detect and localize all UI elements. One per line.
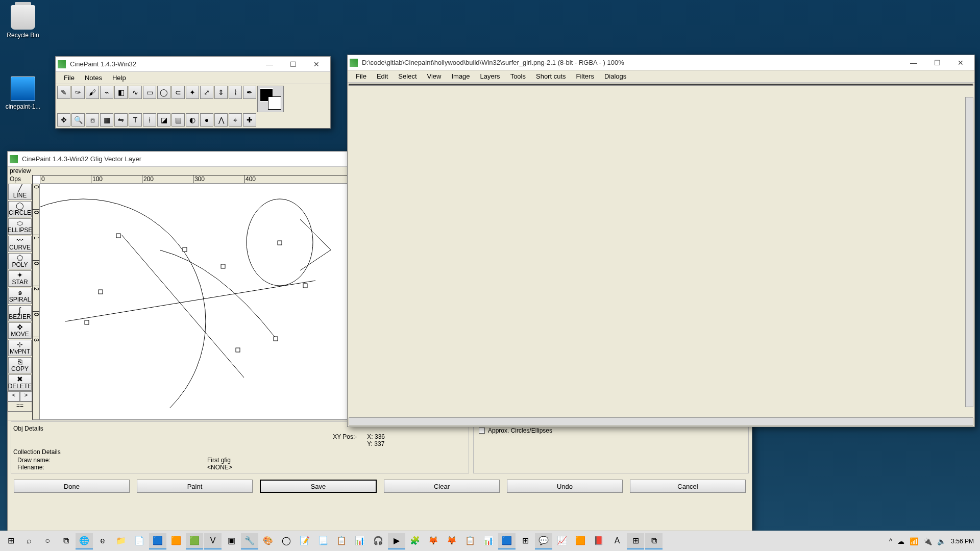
tray-overflow-icon[interactable]: ^ [889,537,893,545]
menu-dialogs[interactable]: Dialogs [599,71,631,81]
start-button[interactable]: ⊞ [2,533,19,549]
menu-notes[interactable]: Notes [80,73,107,83]
clear-button[interactable]: Clear [384,480,500,493]
tool-picker[interactable]: ⤢ [200,86,213,99]
tool-rect-select[interactable]: ▭ [143,86,156,99]
tool-pencil[interactable]: ✎ [57,86,70,99]
titlebar[interactable]: D:\code\gitlab\Cinepaint\hollywood\build… [348,55,974,70]
taskbar-app[interactable]: 📋 [333,533,350,549]
maximize-button[interactable]: ☐ [925,56,949,70]
titlebar[interactable]: CinePaint 1.4.3-Win32 — ☐ ✕ [56,57,330,72]
done-button[interactable]: Done [14,480,130,493]
taskbar-app[interactable]: A [608,533,626,549]
menu-shortcuts[interactable]: Short cuts [531,71,571,81]
menu-file[interactable]: File [351,71,372,81]
taskbar-app[interactable]: V [204,533,222,549]
background-color[interactable] [268,96,281,110]
taskview-button[interactable]: ⧉ [57,533,75,549]
taskbar-app[interactable]: 🟧 [572,533,589,549]
taskbar-app[interactable]: 🦊 [425,533,442,549]
close-button[interactable]: ✕ [949,56,972,70]
cortana-button[interactable]: ○ [39,533,56,549]
op-star[interactable]: ✦STAR [8,270,32,287]
tool-text[interactable]: T [129,113,142,127]
taskbar-app[interactable]: 📊 [351,533,369,549]
tool-lasso[interactable]: ⊂ [172,86,185,99]
taskbar-app[interactable]: 📃 [314,533,332,549]
taskbar-app[interactable]: 📁 [112,533,130,549]
op-delete[interactable]: ✖DELETE [8,374,32,391]
taskbar-app[interactable]: e [94,533,111,549]
taskbar-app[interactable]: ⧉ [645,533,663,549]
tool-ink[interactable]: ✒ [243,86,256,99]
menu-tools[interactable]: Tools [505,71,531,81]
taskbar-app[interactable]: ▣ [223,533,240,549]
taskbar-app[interactable]: 🔧 [241,533,258,549]
minimize-button[interactable]: — [902,56,925,70]
menu-edit[interactable]: Edit [372,71,393,81]
op-poly[interactable]: ⬠POLY [8,253,32,269]
taskbar-app[interactable]: 💬 [535,533,552,549]
taskbar-app[interactable]: 🟩 [186,533,203,549]
scrollbar-vertical[interactable] [965,97,973,407]
op-ellipse[interactable]: ⬭ELLIPSE [8,218,32,235]
taskbar-app[interactable]: 🧩 [406,533,424,549]
op-bezier[interactable]: ∫BEZIER [8,305,32,321]
nav-prev-button[interactable]: < [8,391,20,402]
color-swatches[interactable] [257,86,284,112]
taskbar-app[interactable]: ▶ [388,533,405,549]
power-icon[interactable]: 🔌 [923,537,932,545]
maximize-button[interactable]: ☐ [281,57,305,71]
save-button[interactable]: Save [260,480,377,493]
tool-zoom[interactable]: 🔍 [71,113,85,127]
taskbar-app[interactable]: 🎧 [370,533,387,549]
scrollbar-horizontal[interactable] [349,417,973,425]
tool-gradient[interactable]: ▤ [172,113,185,127]
cancel-button[interactable]: Cancel [630,480,746,493]
taskbar-app[interactable]: 📝 [296,533,313,549]
tool-stamp[interactable]: ⌁ [100,86,113,99]
taskbar-app[interactable]: 🟧 [167,533,185,549]
menu-filters[interactable]: Filters [571,71,599,81]
tool-transform[interactable]: ▦ [100,113,113,127]
tool-dodge[interactable]: ⋀ [214,113,228,127]
menu-file[interactable]: File [59,73,80,83]
tool-crop[interactable]: ⧈ [86,113,99,127]
tool-sharpen[interactable]: ● [200,113,213,127]
taskbar-app[interactable]: 📊 [480,533,497,549]
checkbox-icon[interactable] [479,428,485,434]
minimize-button[interactable]: — [258,57,281,71]
tool-pen[interactable]: ✑ [71,86,85,99]
tool-blur[interactable]: ◐ [186,113,199,127]
tool-bucket[interactable]: ◪ [157,113,170,127]
taskbar-app[interactable]: 🦊 [443,533,460,549]
tool-ellipse-select[interactable]: ◯ [157,86,170,99]
close-button[interactable]: ✕ [305,57,328,71]
tool-measure[interactable]: ⇕ [214,86,228,99]
desktop-icon-recycle-bin[interactable]: Recycle Bin [3,5,43,39]
op-spiral[interactable]: ๑SPIRAL [8,288,32,304]
image-canvas[interactable] [349,84,973,86]
taskbar-app[interactable]: ⊞ [517,533,534,549]
taskbar-app[interactable]: 📄 [131,533,148,549]
volume-icon[interactable]: 🔈 [937,537,946,545]
tool-smudge[interactable]: ∿ [129,86,142,99]
op-circle[interactable]: ◯CIRCLE [8,201,32,217]
desktop-icon-cinepaint-shortcut[interactable]: cinepaint-1... [3,77,43,110]
taskbar-app[interactable]: 🌐 [76,533,93,549]
menu-image[interactable]: Image [446,71,475,81]
search-button[interactable]: ⌕ [20,533,38,549]
network-icon[interactable]: 📶 [910,537,918,545]
tool-move[interactable]: ✥ [57,113,70,127]
op-mvpnt[interactable]: ⊹MvPNT [8,340,32,356]
onedrive-icon[interactable]: ☁ [897,537,904,545]
nav-all-button[interactable]: == [8,402,32,412]
taskbar-app[interactable]: 🟦 [149,533,166,549]
clock[interactable]: 3:56 PM [951,538,974,545]
op-move[interactable]: ✥MOVE [8,322,32,339]
menu-select[interactable]: Select [393,71,422,81]
tool-eraser[interactable]: ◧ [114,86,128,99]
tool-brush[interactable]: 🖌 [86,86,99,99]
tool-clone[interactable]: ⌖ [229,113,242,127]
taskbar-app[interactable]: 🎨 [259,533,277,549]
